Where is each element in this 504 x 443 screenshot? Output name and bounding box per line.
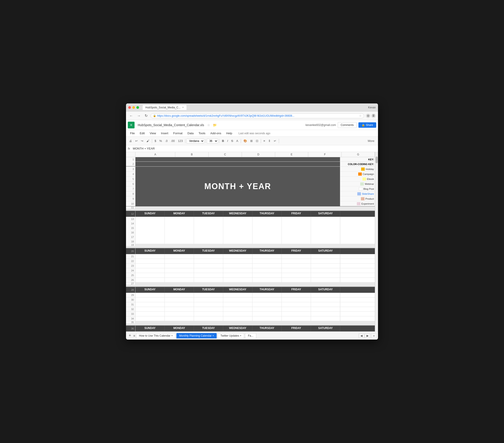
cell-14-f[interactable]	[282, 221, 311, 226]
cell-17-f[interactable]	[282, 235, 311, 239]
cell-14-g[interactable]	[311, 221, 340, 226]
redo-button[interactable]: ↪	[140, 138, 145, 143]
opera-icon[interactable]: O	[366, 114, 370, 118]
cell-17-g[interactable]	[311, 235, 340, 239]
merge-button[interactable]: ⊡	[254, 138, 260, 143]
col-header-a[interactable]: A	[135, 152, 175, 157]
menu-edit[interactable]: Edit	[138, 131, 147, 136]
cell-14-d[interactable]	[223, 221, 252, 226]
cell-18-e[interactable]	[252, 239, 282, 244]
big-title[interactable]: MONTH + YEAR	[135, 167, 340, 206]
comments-button[interactable]: Comments	[338, 122, 357, 128]
scroll-right-button[interactable]: ▶	[365, 333, 370, 338]
cell-14-b[interactable]	[165, 221, 194, 226]
cell-17-a[interactable]	[135, 235, 165, 239]
cell-18-d[interactable]	[223, 239, 252, 244]
cell-16-f[interactable]	[282, 230, 311, 235]
percent-button[interactable]: %	[158, 138, 163, 143]
cell-16-c[interactable]	[194, 230, 223, 235]
vertical-scrollbar[interactable]	[375, 152, 378, 331]
back-button[interactable]: ←	[128, 113, 134, 118]
cell-15-e[interactable]	[252, 226, 282, 230]
share-button[interactable]: 🔒 Share	[359, 122, 376, 128]
undo-button[interactable]: ↩	[134, 138, 139, 143]
cell-15-c[interactable]	[194, 226, 223, 230]
cell-2-merged[interactable]	[135, 162, 340, 166]
bold-button[interactable]: B	[220, 138, 225, 143]
col-header-e[interactable]: E	[275, 152, 308, 157]
add-sheet-button[interactable]: +	[127, 333, 132, 339]
cell-15-f[interactable]	[282, 226, 311, 230]
cell-18-g[interactable]	[311, 239, 340, 244]
cell-17-c[interactable]	[194, 235, 223, 239]
menu-help[interactable]: Help	[224, 131, 234, 136]
cell-14-a[interactable]	[135, 221, 165, 226]
cell-1-merged[interactable]	[135, 157, 340, 161]
menu-view[interactable]: View	[147, 131, 158, 136]
currency-button[interactable]: $	[153, 138, 158, 143]
col-header-c[interactable]: C	[209, 152, 242, 157]
sheet-tab-monthly[interactable]: Monthly Planning Calendar ▾	[176, 333, 217, 339]
menu-tools[interactable]: Tools	[196, 131, 207, 136]
cell-16-a[interactable]	[135, 230, 165, 235]
menu-icon[interactable]: ☰	[371, 114, 376, 118]
borders-button[interactable]: ⊞	[249, 138, 254, 143]
cell-15-d[interactable]	[223, 226, 252, 230]
font-selector[interactable]: Verdana	[186, 138, 204, 143]
cell-15-b[interactable]	[165, 226, 194, 230]
cell-13-a[interactable]	[135, 217, 165, 221]
cell-16-d[interactable]	[223, 230, 252, 235]
sheet-tab-fa[interactable]: Fa...	[245, 333, 256, 339]
font-color-button[interactable]: A	[235, 138, 240, 143]
number-format-button[interactable]: 123	[177, 138, 184, 143]
cell-14-c[interactable]	[194, 221, 223, 226]
bookmark-icon[interactable]: ☆	[359, 114, 361, 117]
add-sheet-right-button[interactable]: +	[371, 333, 377, 339]
more-button[interactable]: More	[366, 138, 376, 143]
fill-color-button[interactable]: 🎨	[242, 138, 248, 143]
sheet-tab-how-to[interactable]: How to Use This Calendar ▾	[136, 333, 176, 339]
menu-addons[interactable]: Add-ons	[208, 131, 223, 136]
maximize-button[interactable]	[136, 106, 139, 109]
cell-13-f[interactable]	[282, 217, 311, 221]
font-size-selector[interactable]: 36	[207, 138, 218, 143]
cell-18-f[interactable]	[282, 239, 311, 244]
valign-button[interactable]: ⇕	[267, 138, 272, 143]
wrap-button[interactable]: ↵	[272, 138, 278, 143]
col-header-f[interactable]: F	[308, 152, 342, 157]
cell-13-c[interactable]	[194, 217, 223, 221]
forward-button[interactable]: →	[136, 113, 142, 118]
cell-15-g[interactable]	[311, 226, 340, 230]
tab-close-icon[interactable]: ✕	[182, 106, 184, 109]
menu-insert[interactable]: Insert	[159, 131, 171, 136]
scroll-left-button[interactable]: ◀	[359, 333, 364, 338]
star-file-button[interactable]: ☆	[207, 123, 210, 127]
align-button[interactable]: ≡	[262, 138, 267, 143]
refresh-button[interactable]: ↻	[144, 113, 149, 118]
cell-16-g[interactable]	[311, 230, 340, 235]
cell-13-d[interactable]	[223, 217, 252, 221]
close-button[interactable]	[128, 106, 131, 109]
cell-15-a[interactable]	[135, 226, 165, 230]
strikethrough-button[interactable]: S	[230, 138, 234, 143]
decimal-more-button[interactable]: .00	[169, 138, 176, 143]
menu-file[interactable]: File	[128, 131, 137, 136]
cell-16-b[interactable]	[165, 230, 194, 235]
paint-format-button[interactable]: 🖌	[145, 138, 151, 143]
cell-17-b[interactable]	[165, 235, 194, 239]
scroll-thumb[interactable]	[376, 156, 378, 163]
browser-tab[interactable]: HubSpots_Social_Media_C... ✕	[143, 105, 186, 110]
cell-13-b[interactable]	[165, 217, 194, 221]
file-title[interactable]: HubSpots_Social_Media_Content_Calendar.x…	[138, 123, 204, 127]
cell-13-e[interactable]	[252, 217, 282, 221]
cell-14-e[interactable]	[252, 221, 282, 226]
cell-18-c[interactable]	[194, 239, 223, 244]
cell-18-a[interactable]	[135, 239, 165, 244]
menu-format[interactable]: Format	[171, 131, 185, 136]
menu-data[interactable]: Data	[185, 131, 196, 136]
cell-18-b[interactable]	[165, 239, 194, 244]
col-header-g[interactable]: G	[342, 152, 375, 157]
folder-button[interactable]: 📁	[213, 123, 217, 127]
cell-16-e[interactable]	[252, 230, 282, 235]
col-header-b[interactable]: B	[175, 152, 209, 157]
